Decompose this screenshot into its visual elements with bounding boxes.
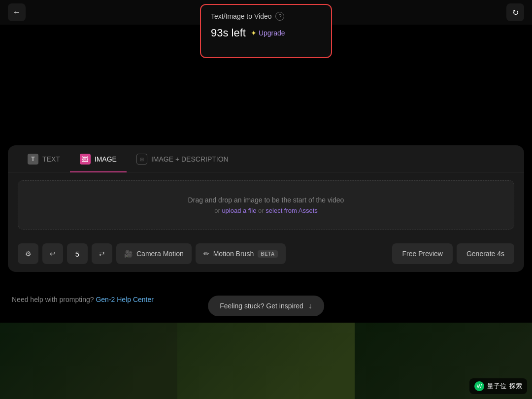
settings-button[interactable]: ⚙ xyxy=(18,243,38,264)
tab-text[interactable]: T TEXT xyxy=(18,146,70,172)
retarget-button[interactable]: ⇄ xyxy=(92,243,112,264)
seconds-left: 93s left xyxy=(211,27,246,39)
watermark-explore: 探索 xyxy=(509,382,522,391)
feeling-stuck-toast[interactable]: Feeling stuck? Get inspired ↓ xyxy=(208,296,324,316)
camera-motion-label: Camera Motion xyxy=(136,250,184,258)
settings-icon: ⚙ xyxy=(25,250,32,258)
back-icon: ← xyxy=(13,8,21,17)
generate-button[interactable]: Generate 4s xyxy=(457,243,514,264)
drop-sub-text: or upload a file or select from Assets xyxy=(214,207,318,214)
upgrade-button[interactable]: ✦ Upgrade xyxy=(251,29,285,37)
undo-icon: ↩ xyxy=(50,250,56,258)
image-icon: 🖼 xyxy=(80,154,91,165)
duration-button[interactable]: 5 xyxy=(67,243,88,264)
back-button[interactable]: ← xyxy=(8,3,26,21)
usage-card: Text/Image to Video ? 93s left ✦ Upgrade xyxy=(200,4,332,58)
tab-bar: T TEXT 🖼 IMAGE ⊞ IMAGE + DESCRIPTION xyxy=(8,145,524,172)
tab-image-desc[interactable]: ⊞ IMAGE + DESCRIPTION xyxy=(127,146,238,172)
redo-icon: ↻ xyxy=(512,8,519,17)
toolbar: ⚙ ↩ 5 ⇄ 🎥 Camera Motion ✏ Motion Brush B… xyxy=(8,237,524,272)
drop-main-text: Drag and drop an image to be the start o… xyxy=(188,196,344,204)
select-assets-link[interactable]: select from Assets xyxy=(266,207,317,214)
camera-motion-icon: 🎥 xyxy=(124,250,133,258)
help-center-link[interactable]: Gen-2 Help Center xyxy=(96,296,154,303)
free-preview-label: Free Preview xyxy=(402,250,442,258)
motion-brush-button[interactable]: ✏ Motion Brush BETA xyxy=(196,243,286,264)
generate-label: Generate 4s xyxy=(466,250,504,258)
upload-file-link[interactable]: upload a file xyxy=(222,207,256,214)
drop-prefix: or xyxy=(214,207,222,214)
watermark-site: 量子位 xyxy=(487,382,506,391)
image-tab-icon-wrapper: 🖼 xyxy=(80,154,91,165)
retarget-icon: ⇄ xyxy=(99,250,105,258)
imgdesc-tab-label: IMAGE + DESCRIPTION xyxy=(151,155,229,163)
feeling-stuck-arrow-icon: ↓ xyxy=(308,301,312,310)
card-title: Text/Image to Video xyxy=(211,12,271,20)
imgdesc-tab-icon-wrapper: ⊞ xyxy=(136,154,147,165)
help-text: Need help with prompting? Gen-2 Help Cen… xyxy=(12,296,154,303)
imgdesc-icon: ⊞ xyxy=(136,154,147,165)
card-stats: 93s left ✦ Upgrade xyxy=(211,27,285,39)
motion-brush-label: Motion Brush xyxy=(213,250,254,258)
help-prefix: Need help with prompting? xyxy=(12,296,94,303)
drop-zone[interactable]: Drag and drop an image to be the start o… xyxy=(18,180,514,230)
text-icon: T xyxy=(28,154,38,165)
camera-motion-button[interactable]: 🎥 Camera Motion xyxy=(116,243,192,264)
upgrade-label: Upgrade xyxy=(259,29,285,37)
undo-button[interactable]: ↩ xyxy=(42,243,63,264)
main-panel: T TEXT 🖼 IMAGE ⊞ IMAGE + DESCRIPTION Dra… xyxy=(8,145,524,272)
thumbnail-1[interactable] xyxy=(0,323,177,399)
text-tab-label: TEXT xyxy=(42,155,60,163)
image-tab-label: IMAGE xyxy=(95,155,117,163)
duration-value: 5 xyxy=(75,250,79,258)
motion-brush-icon: ✏ xyxy=(203,250,209,258)
wechat-icon: W xyxy=(474,381,484,391)
tab-image[interactable]: 🖼 IMAGE xyxy=(70,146,127,172)
help-icon[interactable]: ? xyxy=(275,12,284,21)
wechat-watermark: W 量子位 探索 xyxy=(469,378,527,394)
redo-button[interactable]: ↻ xyxy=(506,3,524,21)
text-tab-icon-wrapper: T xyxy=(28,154,38,165)
help-link-label: Gen-2 Help Center xyxy=(96,296,154,303)
thumbnail-2[interactable] xyxy=(177,323,355,399)
bottom-thumbnails xyxy=(0,323,532,399)
free-preview-button[interactable]: Free Preview xyxy=(392,243,452,264)
beta-badge: BETA xyxy=(258,250,277,258)
upgrade-star-icon: ✦ xyxy=(251,29,257,37)
card-title-row: Text/Image to Video ? xyxy=(211,12,284,21)
feeling-stuck-text: Feeling stuck? Get inspired xyxy=(220,302,303,310)
drop-or: or xyxy=(257,207,266,214)
